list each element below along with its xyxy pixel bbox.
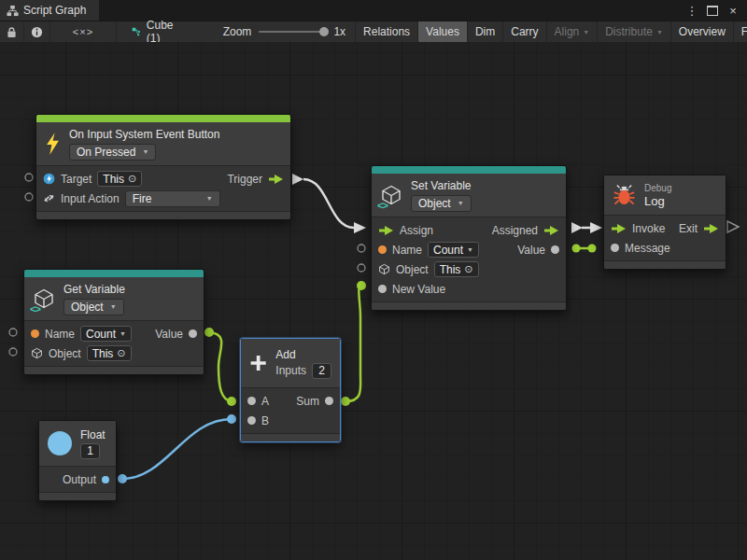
lock-button[interactable] xyxy=(0,21,24,42)
value-port-icon[interactable] xyxy=(247,397,256,405)
variable-cube-icon: <> xyxy=(33,287,55,310)
node-on-input-system-event-button[interactable]: On Input System Event Button On Pressed … xyxy=(35,114,291,220)
port-message-in[interactable] xyxy=(588,245,597,253)
tab-script-graph[interactable]: Script Graph xyxy=(0,0,99,21)
toolbar-button-values[interactable]: Values xyxy=(418,21,468,42)
flow-arrow-icon[interactable] xyxy=(611,223,627,234)
node-debug-log[interactable]: Debug Log Invoke Exit xyxy=(603,175,726,270)
node-header: Float 1 xyxy=(39,421,116,467)
trigger-label: Trigger xyxy=(227,173,262,186)
assign-label: Assign xyxy=(400,224,433,237)
node-add[interactable]: Add Inputs 2 A Sum xyxy=(240,338,341,442)
variable-kind-dropdown[interactable]: Object ▼ xyxy=(63,299,124,315)
port-setvar-value-out[interactable] xyxy=(572,245,581,253)
chevron-down-icon: ▼ xyxy=(458,200,464,206)
port-getvar-object-in[interactable] xyxy=(9,348,17,356)
toolbar-button-relations[interactable]: Relations xyxy=(355,21,418,42)
port-float-output-out[interactable] xyxy=(118,474,127,483)
variable-angle-icon: <> xyxy=(30,303,40,315)
exit-label: Exit xyxy=(679,222,698,235)
gameobject-cube-icon xyxy=(31,347,43,359)
code-view-button[interactable]: <×> xyxy=(50,21,117,42)
zoom-slider[interactable] xyxy=(259,31,326,33)
port-row-output: Output xyxy=(39,469,116,489)
port-event-action-in[interactable] xyxy=(25,193,33,201)
wire-getvalue-to-a[interactable] xyxy=(209,332,232,401)
input-action-icon xyxy=(43,192,55,204)
port-event-target-in[interactable] xyxy=(25,174,33,181)
object-picker-icon: ⊙ xyxy=(117,347,125,359)
float-port-icon[interactable] xyxy=(102,476,109,483)
event-state-dropdown[interactable]: On Pressed ▼ xyxy=(69,144,156,161)
inputs-count-field[interactable]: 2 xyxy=(312,363,331,379)
variable-kind-dropdown[interactable]: Object ▼ xyxy=(411,195,472,212)
a-label: A xyxy=(261,395,269,408)
zoom-slider-knob[interactable] xyxy=(319,27,329,36)
input-action-dropdown[interactable]: Fire ▼ xyxy=(125,190,220,207)
value-port-icon[interactable] xyxy=(325,397,333,405)
maximize-icon xyxy=(707,6,718,16)
toolbar-button-distribute[interactable]: Distribute ▼ xyxy=(598,21,671,42)
port-setvar-newvalue-in[interactable] xyxy=(357,281,366,290)
assigned-label: Assigned xyxy=(492,224,538,237)
port-row-target: Target This ⊙ Trigger xyxy=(36,169,290,189)
port-assigned-out[interactable] xyxy=(571,222,583,233)
new-value-label: New Value xyxy=(392,283,445,296)
object-field[interactable]: This ⊙ xyxy=(87,345,132,361)
node-footer xyxy=(39,492,116,500)
port-getvar-value-out[interactable] xyxy=(204,328,214,337)
port-debug-exit-out[interactable] xyxy=(727,221,739,232)
flow-arrow-icon[interactable] xyxy=(268,174,284,185)
value-port-icon[interactable] xyxy=(551,245,559,254)
flow-arrow-icon[interactable] xyxy=(543,225,559,236)
target-object-field[interactable]: This ⊙ xyxy=(97,171,142,187)
string-port-icon[interactable] xyxy=(31,329,39,338)
graph-canvas[interactable]: On Input System Event Button On Pressed … xyxy=(0,42,747,560)
chevron-down-icon: ▼ xyxy=(142,148,148,155)
toolbar-button-carry[interactable]: Carry xyxy=(503,21,546,42)
value-port-icon[interactable] xyxy=(247,416,256,425)
maximize-button[interactable] xyxy=(704,2,721,19)
info-button[interactable] xyxy=(24,21,50,42)
value-port-icon[interactable] xyxy=(611,244,619,252)
close-button[interactable]: × xyxy=(725,2,741,19)
wire-sum-to-newvalue[interactable] xyxy=(345,286,362,401)
flow-arrow-icon[interactable] xyxy=(703,223,719,234)
script-machine-icon xyxy=(132,25,141,38)
object-value: This xyxy=(440,263,461,276)
node-set-variable[interactable]: <> Set Variable Object ▼ Assign xyxy=(371,165,567,311)
toolbar-button-overview[interactable]: Overview xyxy=(671,21,734,42)
toolbar-button-align[interactable]: Align ▼ xyxy=(547,21,599,42)
toolbar-button-fullscreen[interactable]: Full Screen xyxy=(734,21,747,42)
kebab-menu-icon[interactable]: ⋮ xyxy=(684,2,700,19)
toolbar-button-dim[interactable]: Dim xyxy=(468,21,503,42)
port-add-b-in[interactable] xyxy=(227,414,236,424)
port-row-b: B xyxy=(241,411,340,430)
port-setvar-object-in[interactable] xyxy=(358,264,365,272)
flow-arrow-icon[interactable] xyxy=(378,225,394,236)
variable-name-dropdown[interactable]: Count ▼ xyxy=(80,326,132,342)
port-getvar-name-in[interactable] xyxy=(9,329,17,336)
input-action-label: Input Action xyxy=(61,192,120,205)
port-setvar-name-in[interactable] xyxy=(358,245,365,252)
node-float[interactable]: Float 1 Output xyxy=(38,420,117,501)
node-footer xyxy=(604,260,726,269)
port-add-a-in[interactable] xyxy=(227,397,236,406)
port-add-sum-out[interactable] xyxy=(341,397,350,406)
value-port-icon[interactable] xyxy=(189,329,197,338)
value-port-icon[interactable] xyxy=(378,285,387,293)
message-label: Message xyxy=(625,242,670,255)
output-label: Output xyxy=(63,473,96,486)
wire-trigger-to-assign[interactable] xyxy=(303,179,354,228)
node-footer xyxy=(24,366,204,374)
wire-float-to-b[interactable] xyxy=(122,419,232,479)
float-value-field[interactable]: 1 xyxy=(80,443,100,459)
wire-invoke-arrowhead xyxy=(590,222,602,233)
graph-context-button[interactable]: Cube (1) xyxy=(117,21,184,42)
port-trigger-out[interactable] xyxy=(292,174,303,185)
node-get-variable[interactable]: <> Get Variable Object ▼ Name Count ▼ xyxy=(23,269,204,375)
lock-icon xyxy=(7,26,17,38)
variable-name-dropdown[interactable]: Count ▼ xyxy=(428,242,479,258)
object-field[interactable]: This ⊙ xyxy=(434,261,479,277)
string-port-icon[interactable] xyxy=(378,245,387,254)
